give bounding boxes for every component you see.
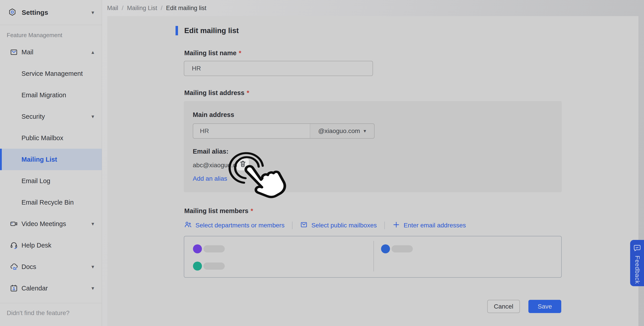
- select-public-mailboxes-button[interactable]: Select public mailboxes: [300, 221, 377, 230]
- divider: [374, 241, 374, 272]
- member-name-placeholder: [204, 262, 225, 270]
- page-title: Edit mailing list: [184, 26, 239, 35]
- member-avatar-placeholder: [193, 244, 202, 253]
- sidebar-item-label: Calendar: [22, 285, 48, 292]
- sidebar: Settings ▾ Feature Management Mail ▴ Ser…: [0, 0, 102, 326]
- title-accent-bar: [176, 26, 178, 35]
- trash-icon: [239, 160, 246, 168]
- sidebar-item-mailing-list[interactable]: Mailing List: [0, 149, 102, 170]
- sidebar-item-mail[interactable]: Mail ▴: [0, 41, 102, 63]
- plus-icon: [392, 221, 400, 230]
- mailing-list-name-input[interactable]: HR: [184, 61, 373, 76]
- member-avatar-placeholder: [193, 262, 202, 270]
- edit-mailing-list-panel: Edit mailing list Mailing list name* HR …: [107, 16, 638, 326]
- video-camera-icon: [10, 220, 18, 228]
- chevron-down-icon: ▾: [92, 221, 94, 226]
- cancel-button[interactable]: Cancel: [487, 300, 520, 313]
- action-label: Select departments or members: [196, 222, 284, 229]
- address-local-part-input[interactable]: HR: [193, 124, 310, 139]
- member-name-placeholder: [392, 245, 413, 252]
- enter-email-addresses-button[interactable]: Enter email addresses: [392, 221, 466, 230]
- members-preview-box: [184, 236, 562, 278]
- chevron-down-icon: ▾: [92, 114, 94, 119]
- sidebar-item-email-log[interactable]: Email Log: [0, 170, 102, 192]
- settings-icon: [8, 8, 16, 17]
- action-label: Select public mailboxes: [311, 222, 377, 229]
- chevron-down-icon: ▾: [92, 286, 94, 291]
- sidebar-category-label: Feature Management: [0, 25, 102, 41]
- breadcrumb: Mail / Mailing List / Edit mailing list: [107, 5, 206, 12]
- sidebar-footer-link[interactable]: Didn't find the feature?: [0, 303, 102, 316]
- required-asterisk: *: [251, 207, 253, 214]
- chevron-down-icon: ▾: [92, 10, 94, 15]
- sidebar-item-label: Email Migration: [22, 92, 66, 99]
- sidebar-title: Settings: [22, 9, 48, 16]
- sidebar-header-settings[interactable]: Settings ▾: [0, 0, 102, 25]
- sidebar-item-label: Docs: [22, 263, 36, 270]
- topbar: Mail / Mailing List / Edit mailing list: [102, 0, 644, 16]
- feedback-tab[interactable]: Feedback: [630, 240, 644, 286]
- member-actions-row: Select departments or members Select pub…: [184, 221, 466, 230]
- save-button[interactable]: Save: [528, 300, 561, 313]
- breadcrumb-mail[interactable]: Mail: [107, 5, 118, 12]
- required-asterisk: *: [247, 89, 249, 96]
- action-label: Enter email addresses: [404, 222, 466, 229]
- mailing-list-name-label: Mailing list name*: [184, 50, 241, 57]
- sidebar-item-label: Email Log: [22, 177, 50, 185]
- address-domain-value: @xiaoguo.com: [318, 128, 360, 134]
- delete-alias-button[interactable]: [237, 158, 249, 170]
- divider: [292, 222, 292, 229]
- envelope-icon: [300, 221, 308, 230]
- sidebar-item-label: Mailing List: [22, 156, 57, 163]
- sidebar-item-security[interactable]: Security ▾: [0, 106, 102, 127]
- breadcrumb-current: Edit mailing list: [166, 5, 206, 12]
- sidebar-item-help-desk[interactable]: Help Desk: [0, 234, 102, 256]
- sidebar-item-label: Public Mailbox: [22, 134, 63, 142]
- cloud-docs-icon: [10, 263, 18, 271]
- member-avatar-placeholder: [381, 244, 390, 253]
- main-address-combo: HR @xiaoguo.com ▾: [193, 124, 374, 139]
- select-departments-or-members-button[interactable]: Select departments or members: [184, 221, 284, 230]
- sidebar-item-calendar[interactable]: Calendar ▾: [0, 278, 102, 299]
- chevron-down-icon: ▾: [364, 128, 366, 134]
- chevron-up-icon: ▴: [92, 50, 94, 55]
- sidebar-item-video-meetings[interactable]: Video Meetings ▾: [0, 213, 102, 234]
- sidebar-item-public-mailbox[interactable]: Public Mailbox: [0, 127, 102, 149]
- chevron-down-icon: ▾: [92, 264, 94, 270]
- sidebar-item-label: Email Recycle Bin: [22, 199, 74, 206]
- address-local-part-value: HR: [200, 128, 209, 134]
- admin-console: Settings ▾ Feature Management Mail ▴ Ser…: [0, 0, 644, 326]
- headset-icon: [10, 241, 18, 249]
- mail-icon: [10, 48, 18, 56]
- page-title-row: Edit mailing list: [176, 26, 239, 35]
- person-group-icon: [184, 221, 192, 230]
- sidebar-item-label: Video Meetings: [22, 220, 66, 228]
- sidebar-item-label: Service Management: [22, 70, 83, 77]
- speech-bubble-icon: [633, 244, 641, 253]
- breadcrumb-separator: /: [122, 5, 124, 12]
- member-name-placeholder: [204, 245, 225, 252]
- sidebar-item-email-recycle-bin[interactable]: Email Recycle Bin: [0, 192, 102, 213]
- divider: [384, 222, 385, 229]
- sidebar-item-label: Security: [22, 113, 45, 120]
- sidebar-item-service-management[interactable]: Service Management: [0, 63, 102, 84]
- breadcrumb-mailing-list[interactable]: Mailing List: [127, 5, 157, 12]
- sidebar-item-label: Mail: [22, 48, 33, 56]
- breadcrumb-separator: /: [161, 5, 162, 12]
- sidebar-item-docs[interactable]: Docs ▾: [0, 256, 102, 278]
- address-domain-select[interactable]: @xiaoguo.com ▾: [310, 124, 374, 139]
- email-alias-label: Email alias:: [193, 148, 228, 155]
- feedback-label: Feedback: [634, 256, 641, 284]
- mailing-list-address-label: Mailing list address*: [184, 89, 249, 96]
- calendar-icon: [10, 284, 18, 292]
- main-address-label: Main address: [193, 111, 234, 118]
- required-asterisk: *: [239, 50, 241, 56]
- mailing-list-members-label: Mailing list members*: [184, 207, 253, 215]
- mailing-list-name-value: HR: [192, 65, 201, 72]
- sidebar-item-email-migration[interactable]: Email Migration: [0, 84, 102, 106]
- address-panel: Main address HR @xiaoguo.com ▾ Email ali…: [184, 101, 562, 192]
- add-alias-link[interactable]: Add an alias: [193, 175, 227, 182]
- sidebar-item-label: Help Desk: [22, 242, 52, 249]
